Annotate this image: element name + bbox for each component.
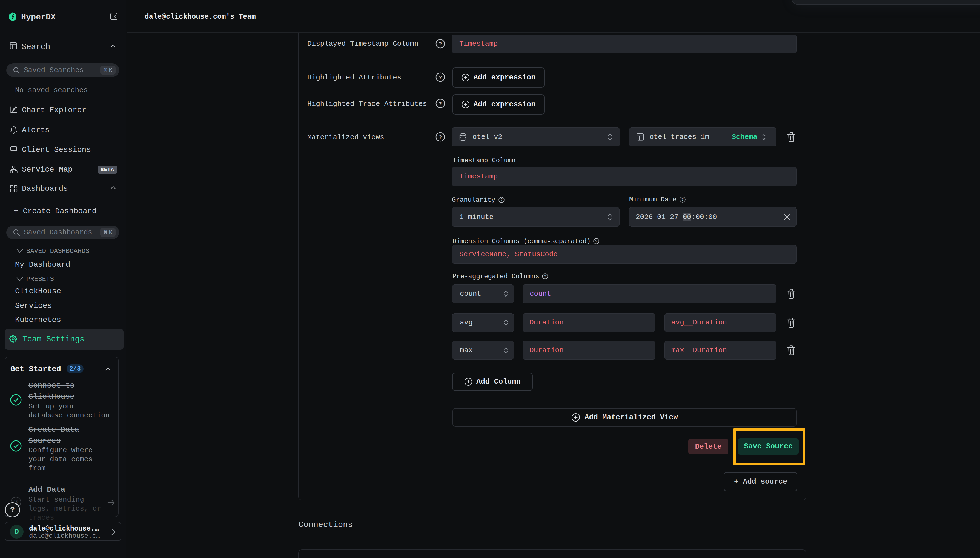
svg-text:?: ? — [439, 75, 442, 80]
svg-text:?: ? — [439, 134, 442, 140]
svg-text:?: ? — [595, 239, 597, 243]
svg-text:?: ? — [501, 198, 502, 202]
svg-text:?: ? — [439, 41, 442, 47]
svg-text:?: ? — [439, 101, 442, 107]
svg-text:?: ? — [544, 274, 546, 279]
svg-text:?: ? — [681, 198, 684, 202]
